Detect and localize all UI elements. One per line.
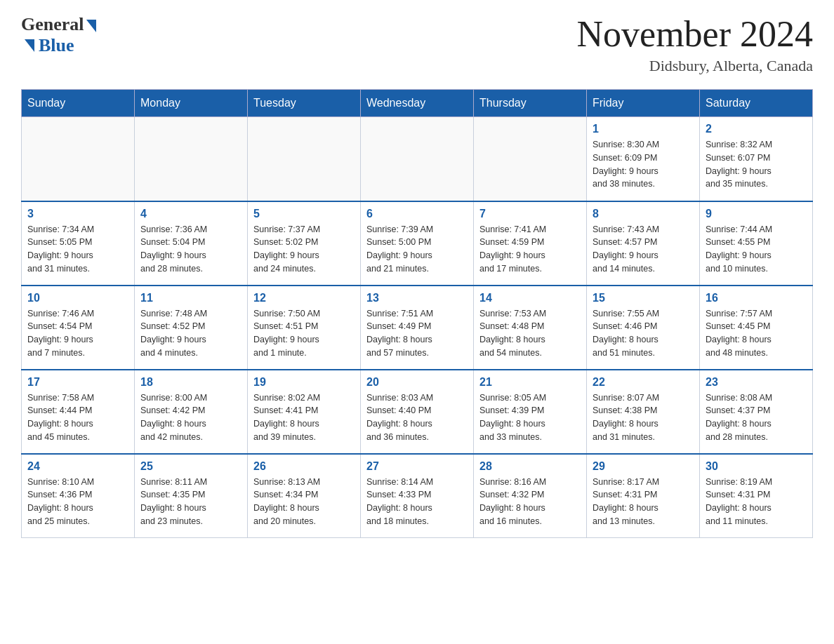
calendar-cell <box>22 117 135 201</box>
day-info: Sunrise: 7:37 AMSunset: 5:02 PMDaylight:… <box>253 223 355 276</box>
day-number: 20 <box>366 376 468 389</box>
weekday-header-sunday: Sunday <box>22 90 135 117</box>
weekday-header-saturday: Saturday <box>700 90 813 117</box>
weekday-header-monday: Monday <box>135 90 248 117</box>
calendar-cell: 16Sunrise: 7:57 AMSunset: 4:45 PMDayligh… <box>700 286 813 370</box>
calendar-cell: 13Sunrise: 7:51 AMSunset: 4:49 PMDayligh… <box>361 286 474 370</box>
calendar-week-row: 1Sunrise: 8:30 AMSunset: 6:09 PMDaylight… <box>22 117 813 201</box>
day-info: Sunrise: 8:16 AMSunset: 4:32 PMDaylight:… <box>479 476 581 528</box>
calendar-cell: 19Sunrise: 8:02 AMSunset: 4:41 PMDayligh… <box>248 370 361 454</box>
day-number: 21 <box>479 376 581 389</box>
day-number: 7 <box>479 208 581 220</box>
calendar-week-row: 3Sunrise: 7:34 AMSunset: 5:05 PMDaylight… <box>22 201 813 286</box>
day-number: 28 <box>479 460 581 473</box>
logo-arrow-icon <box>86 20 96 32</box>
calendar-cell: 29Sunrise: 8:17 AMSunset: 4:31 PMDayligh… <box>587 454 700 538</box>
weekday-header-friday: Friday <box>587 90 700 117</box>
day-info: Sunrise: 7:44 AMSunset: 4:55 PMDaylight:… <box>706 223 807 276</box>
day-number: 25 <box>140 460 241 473</box>
logo-arrow-icon2 <box>25 39 34 52</box>
day-number: 18 <box>140 376 241 389</box>
calendar-cell: 8Sunrise: 7:43 AMSunset: 4:57 PMDaylight… <box>587 201 700 286</box>
day-info: Sunrise: 7:55 AMSunset: 4:46 PMDaylight:… <box>593 307 694 360</box>
day-info: Sunrise: 7:51 AMSunset: 4:49 PMDaylight:… <box>366 307 468 360</box>
calendar-cell: 23Sunrise: 8:08 AMSunset: 4:37 PMDayligh… <box>700 370 813 454</box>
calendar-cell: 2Sunrise: 8:32 AMSunset: 6:07 PMDaylight… <box>700 117 813 201</box>
day-info: Sunrise: 7:48 AMSunset: 4:52 PMDaylight:… <box>140 307 241 360</box>
day-info: Sunrise: 7:34 AMSunset: 5:05 PMDaylight:… <box>27 223 128 276</box>
day-info: Sunrise: 8:30 AMSunset: 6:09 PMDaylight:… <box>593 138 694 191</box>
weekday-header-tuesday: Tuesday <box>248 90 361 117</box>
day-info: Sunrise: 8:19 AMSunset: 4:31 PMDaylight:… <box>706 476 807 528</box>
calendar-cell: 5Sunrise: 7:37 AMSunset: 5:02 PMDaylight… <box>248 201 361 286</box>
calendar-cell <box>361 117 474 201</box>
calendar-cell: 10Sunrise: 7:46 AMSunset: 4:54 PMDayligh… <box>22 286 135 370</box>
day-info: Sunrise: 7:50 AMSunset: 4:51 PMDaylight:… <box>253 307 355 360</box>
logo-blue-text: Blue <box>39 35 74 56</box>
calendar-cell: 14Sunrise: 7:53 AMSunset: 4:48 PMDayligh… <box>474 286 587 370</box>
day-info: Sunrise: 8:10 AMSunset: 4:36 PMDaylight:… <box>27 476 128 528</box>
day-info: Sunrise: 8:05 AMSunset: 4:39 PMDaylight:… <box>479 391 581 444</box>
day-number: 17 <box>27 376 128 389</box>
day-info: Sunrise: 7:39 AMSunset: 5:00 PMDaylight:… <box>366 223 468 276</box>
calendar-cell: 30Sunrise: 8:19 AMSunset: 4:31 PMDayligh… <box>700 454 813 538</box>
day-number: 5 <box>253 208 355 220</box>
calendar-cell: 1Sunrise: 8:30 AMSunset: 6:09 PMDaylight… <box>587 117 700 201</box>
day-number: 15 <box>593 292 694 304</box>
calendar-week-row: 24Sunrise: 8:10 AMSunset: 4:36 PMDayligh… <box>22 454 813 538</box>
day-number: 3 <box>27 208 128 220</box>
day-number: 27 <box>366 460 468 473</box>
day-number: 24 <box>27 460 128 473</box>
calendar-cell: 22Sunrise: 8:07 AMSunset: 4:38 PMDayligh… <box>587 370 700 454</box>
weekday-header-row: SundayMondayTuesdayWednesdayThursdayFrid… <box>22 90 813 117</box>
day-number: 22 <box>593 376 694 389</box>
calendar-cell: 17Sunrise: 7:58 AMSunset: 4:44 PMDayligh… <box>22 370 135 454</box>
calendar-cell: 7Sunrise: 7:41 AMSunset: 4:59 PMDaylight… <box>474 201 587 286</box>
day-info: Sunrise: 8:17 AMSunset: 4:31 PMDaylight:… <box>593 476 694 528</box>
day-info: Sunrise: 7:36 AMSunset: 5:04 PMDaylight:… <box>140 223 241 276</box>
calendar-cell: 25Sunrise: 8:11 AMSunset: 4:35 PMDayligh… <box>135 454 248 538</box>
calendar-cell: 18Sunrise: 8:00 AMSunset: 4:42 PMDayligh… <box>135 370 248 454</box>
calendar-cell: 15Sunrise: 7:55 AMSunset: 4:46 PMDayligh… <box>587 286 700 370</box>
calendar-cell: 28Sunrise: 8:16 AMSunset: 4:32 PMDayligh… <box>474 454 587 538</box>
day-info: Sunrise: 8:14 AMSunset: 4:33 PMDaylight:… <box>366 476 468 528</box>
page-header: General Blue November 2024 Didsbury, Alb… <box>21 14 813 75</box>
title-section: November 2024 Didsbury, Alberta, Canada <box>577 14 813 75</box>
day-number: 11 <box>140 292 241 304</box>
day-number: 29 <box>593 460 694 473</box>
day-info: Sunrise: 7:46 AMSunset: 4:54 PMDaylight:… <box>27 307 128 360</box>
calendar-cell: 3Sunrise: 7:34 AMSunset: 5:05 PMDaylight… <box>22 201 135 286</box>
calendar-cell <box>248 117 361 201</box>
calendar-week-row: 10Sunrise: 7:46 AMSunset: 4:54 PMDayligh… <box>22 286 813 370</box>
day-info: Sunrise: 7:41 AMSunset: 4:59 PMDaylight:… <box>479 223 581 276</box>
calendar-cell <box>135 117 248 201</box>
day-info: Sunrise: 7:43 AMSunset: 4:57 PMDaylight:… <box>593 223 694 276</box>
day-number: 8 <box>593 208 694 220</box>
calendar-cell: 11Sunrise: 7:48 AMSunset: 4:52 PMDayligh… <box>135 286 248 370</box>
day-number: 26 <box>253 460 355 473</box>
day-info: Sunrise: 8:07 AMSunset: 4:38 PMDaylight:… <box>593 391 694 444</box>
day-number: 14 <box>479 292 581 304</box>
calendar-week-row: 17Sunrise: 7:58 AMSunset: 4:44 PMDayligh… <box>22 370 813 454</box>
day-number: 13 <box>366 292 468 304</box>
calendar-cell: 6Sunrise: 7:39 AMSunset: 5:00 PMDaylight… <box>361 201 474 286</box>
calendar-table: SundayMondayTuesdayWednesdayThursdayFrid… <box>21 89 813 538</box>
day-info: Sunrise: 8:00 AMSunset: 4:42 PMDaylight:… <box>140 391 241 444</box>
day-info: Sunrise: 7:53 AMSunset: 4:48 PMDaylight:… <box>479 307 581 360</box>
weekday-header-thursday: Thursday <box>474 90 587 117</box>
logo: General Blue <box>21 14 96 56</box>
day-number: 12 <box>253 292 355 304</box>
calendar-cell: 27Sunrise: 8:14 AMSunset: 4:33 PMDayligh… <box>361 454 474 538</box>
day-info: Sunrise: 8:08 AMSunset: 4:37 PMDaylight:… <box>706 391 807 444</box>
day-info: Sunrise: 8:32 AMSunset: 6:07 PMDaylight:… <box>706 138 807 191</box>
day-number: 4 <box>140 208 241 220</box>
day-number: 23 <box>706 376 807 389</box>
calendar-cell: 4Sunrise: 7:36 AMSunset: 5:04 PMDaylight… <box>135 201 248 286</box>
logo-general-text: General <box>21 14 84 35</box>
day-info: Sunrise: 7:57 AMSunset: 4:45 PMDaylight:… <box>706 307 807 360</box>
day-info: Sunrise: 8:13 AMSunset: 4:34 PMDaylight:… <box>253 476 355 528</box>
day-number: 16 <box>706 292 807 304</box>
day-number: 6 <box>366 208 468 220</box>
calendar-cell: 24Sunrise: 8:10 AMSunset: 4:36 PMDayligh… <box>22 454 135 538</box>
calendar-cell: 12Sunrise: 7:50 AMSunset: 4:51 PMDayligh… <box>248 286 361 370</box>
